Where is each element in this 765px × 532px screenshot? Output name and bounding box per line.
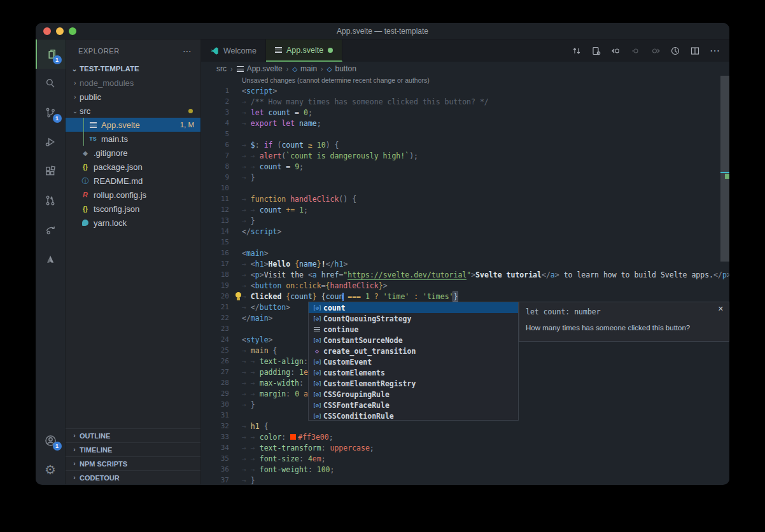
run-debug-icon[interactable] — [36, 127, 66, 157]
suggest-item-cssconditionrule[interactable]: [⊘]CSSConditionRule — [309, 410, 518, 421]
live-share-icon[interactable] — [36, 215, 66, 244]
code-line-19[interactable]: 19→ <button on:click={handleClick}> — [201, 280, 720, 291]
line-number[interactable]: 37 — [201, 476, 229, 484]
line-number[interactable]: 5 — [201, 130, 229, 138]
line-number[interactable]: 4 — [201, 119, 229, 127]
color-swatch-icon[interactable] — [290, 434, 296, 440]
suggest-item-countqueuingstrategy[interactable]: [⊘]CountQueuingStrategy — [309, 313, 518, 324]
section-npm-scripts[interactable]: ›NPM SCRIPTS — [66, 456, 200, 470]
code-line-7[interactable]: 7→ → alert(`count is dangerously high!`)… — [201, 150, 720, 161]
suggest-item-create_out_transition[interactable]: ◇create_out_transition — [309, 346, 518, 356]
line-number[interactable]: 16 — [201, 249, 229, 257]
suggest-item-customevent[interactable]: [⊘]CustomEvent — [309, 356, 518, 367]
suggest-item-customelements[interactable]: [⊘]customElements — [309, 367, 518, 378]
line-number[interactable]: 21 — [201, 303, 229, 311]
line-number[interactable]: 2 — [201, 97, 229, 106]
search-icon[interactable] — [36, 69, 66, 98]
extensions-icon[interactable] — [36, 157, 66, 186]
line-number[interactable]: 30 — [201, 400, 229, 409]
line-number[interactable]: 36 — [201, 465, 229, 473]
tab-app-svelte[interactable]: App.svelte — [266, 39, 342, 62]
code-line-12[interactable]: 12→ → count += 1; — [201, 204, 720, 215]
line-number[interactable]: 23 — [201, 325, 229, 333]
breadcrumb-file[interactable]: App.svelte — [237, 64, 283, 73]
explorer-more-icon[interactable]: ⋯ — [183, 46, 192, 56]
code-line-37[interactable]: 37→ } — [201, 475, 720, 484]
code-line-3[interactable]: 3→ let count = 0; — [201, 107, 720, 118]
line-number[interactable]: 14 — [201, 227, 229, 235]
code-line-32[interactable]: 32→ h1 { — [201, 421, 720, 431]
previous-diff-icon[interactable] — [629, 44, 643, 58]
section-outline[interactable]: ›OUTLINE — [66, 428, 200, 442]
split-editor-icon[interactable] — [688, 44, 702, 58]
minimize-window-button[interactable] — [56, 27, 64, 35]
line-number[interactable]: 34 — [201, 444, 229, 452]
line-number[interactable]: 32 — [201, 422, 229, 430]
line-number[interactable]: 22 — [201, 314, 229, 322]
explorer-icon[interactable]: 1 — [36, 39, 66, 69]
timeline-icon[interactable] — [668, 44, 682, 58]
unsaved-dot-icon[interactable] — [328, 48, 333, 53]
workspace-root-row[interactable]: ⌄ TEST-TEMPLATE — [66, 62, 200, 76]
line-number[interactable]: 28 — [201, 379, 229, 387]
suggest-item-count[interactable]: [⊘]count — [309, 302, 518, 313]
suggest-item-constantsourcenode[interactable]: [⊘]ConstantSourceNode — [309, 335, 518, 346]
code-line-9[interactable]: 9→ } — [201, 172, 720, 183]
line-number[interactable]: 29 — [201, 389, 229, 398]
close-window-button[interactable] — [43, 27, 51, 35]
code-line-14[interactable]: 14</script> — [201, 226, 720, 237]
code-line-13[interactable]: 13→ } — [201, 215, 720, 226]
section-timeline[interactable]: ›TIMELINE — [66, 442, 200, 456]
line-number[interactable]: 20 — [201, 292, 229, 300]
code-line-20[interactable]: 20→ Clicked {count} {coun === 1 ? 'time'… — [201, 291, 720, 302]
code-line-18[interactable]: 18→ <p>Visit the <a href="https://svelte… — [201, 269, 720, 280]
code-line-2[interactable]: 2→ /** How many times has someone clicke… — [201, 96, 720, 107]
suggest-item-customelementregistry[interactable]: [⊘]CustomElementRegistry — [309, 378, 518, 389]
line-number[interactable]: 27 — [201, 368, 229, 376]
line-number[interactable]: 12 — [201, 206, 229, 214]
code-line-6[interactable]: 6→ $: if (count ≥ 10) { — [201, 139, 720, 150]
scrollbar-slider[interactable] — [720, 76, 729, 262]
line-number[interactable]: 31 — [201, 411, 229, 419]
line-number[interactable]: 13 — [201, 216, 229, 225]
more-actions-icon[interactable]: ⋯ — [708, 44, 722, 58]
code-line-15[interactable]: 15 — [201, 237, 720, 248]
code-line-16[interactable]: 16<main> — [201, 248, 720, 258]
codelens-unsaved-changes[interactable]: Unsaved changes (cannot determine recent… — [242, 76, 430, 85]
breadcrumb-src[interactable]: src — [216, 64, 227, 73]
suggest-item-continue[interactable]: continue — [309, 324, 518, 335]
tree-item--gitignore[interactable]: ◆.gitignore — [66, 146, 200, 160]
code-line-10[interactable]: 10 — [201, 183, 720, 193]
line-number[interactable]: 18 — [201, 270, 229, 279]
suggest-item-cssgroupingrule[interactable]: [⊘]CSSGroupingRule — [309, 389, 518, 400]
tree-item-app-svelte[interactable]: App.svelte1, M — [66, 118, 200, 132]
tree-item-src[interactable]: ⌄src — [66, 104, 200, 118]
tree-item-tsconfig-json[interactable]: {}tsconfig.json — [66, 202, 200, 216]
tree-item-main-ts[interactable]: TSmain.ts — [66, 132, 200, 146]
github-pull-requests-icon[interactable] — [36, 186, 66, 215]
section-codetour[interactable]: ›CODETOUR — [66, 470, 200, 484]
tree-item-public[interactable]: ›public — [66, 90, 200, 104]
line-number[interactable]: 33 — [201, 433, 229, 441]
tree-item-readme-md[interactable]: ⓘREADME.md — [66, 174, 200, 188]
line-number[interactable]: 35 — [201, 454, 229, 463]
vertical-scrollbar[interactable] — [720, 76, 729, 484]
line-number[interactable]: 1 — [201, 87, 229, 95]
code-line-5[interactable]: 5 — [201, 129, 720, 139]
suggest-item-cssfontfacerule[interactable]: [⊘]CSSFontFaceRule — [309, 400, 518, 410]
code-line-1[interactable]: 1<script> — [201, 85, 720, 96]
line-number[interactable]: 6 — [201, 141, 229, 149]
line-number[interactable]: 24 — [201, 335, 229, 344]
code-line-8[interactable]: 8→ → count = 9; — [201, 161, 720, 172]
tree-item-rollup-config-js[interactable]: Rrollup.config.js — [66, 188, 200, 202]
zoom-window-button[interactable] — [69, 27, 76, 35]
close-icon[interactable]: ✕ — [718, 305, 724, 313]
line-number[interactable]: 10 — [201, 184, 229, 192]
azure-icon[interactable] — [36, 244, 66, 274]
code-line-11[interactable]: 11→ function handleClick() { — [201, 193, 720, 204]
line-number[interactable]: 26 — [201, 357, 229, 365]
line-number[interactable]: 17 — [201, 260, 229, 268]
code-editor[interactable]: Unsaved changes (cannot determine recent… — [201, 76, 729, 484]
code-line-33[interactable]: 33→ → color: #ff3e00; — [201, 431, 720, 442]
code-line-35[interactable]: 35→ → font-size: 4em; — [201, 453, 720, 464]
